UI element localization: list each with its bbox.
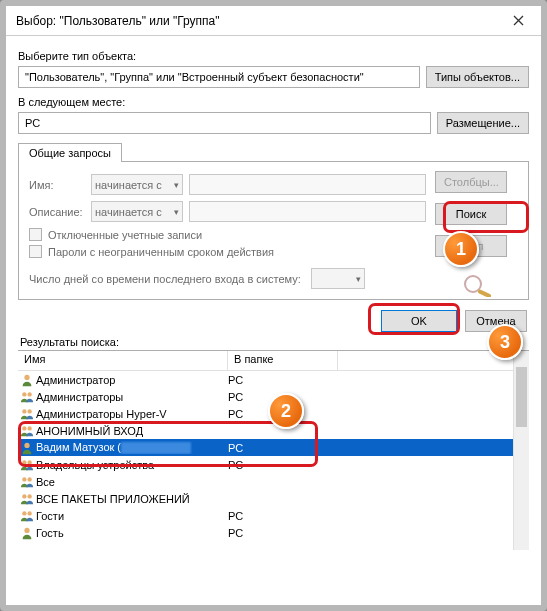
table-row[interactable]: ВСЕ ПАКЕТЫ ПРИЛОЖЕНИЙ — [18, 490, 529, 507]
svg-point-7 — [22, 426, 26, 430]
svg-point-13 — [27, 477, 31, 481]
name-label: Имя: — [29, 179, 85, 191]
table-row[interactable]: Владельцы устройстваPC — [18, 456, 529, 473]
group-icon — [18, 492, 36, 506]
row-name: Гость — [36, 527, 228, 539]
group-icon — [18, 475, 36, 489]
row-name: Администратор — [36, 374, 228, 386]
svg-point-18 — [24, 527, 29, 532]
row-folder: PC — [228, 459, 338, 471]
days-since-login-label: Число дней со времени последнего входа в… — [29, 273, 301, 285]
description-condition-combo[interactable]: начинается с ▾ — [91, 201, 183, 222]
find-now-button[interactable]: Поиск — [435, 203, 507, 225]
table-row[interactable]: Вадим Матузок (PC — [18, 439, 529, 456]
tab-common-queries[interactable]: Общие запросы — [18, 143, 122, 162]
svg-point-6 — [27, 409, 31, 413]
disabled-accounts-checkbox[interactable]: Отключенные учетные записи — [29, 228, 426, 241]
checkbox-icon — [29, 245, 42, 258]
locations-button[interactable]: Размещение... — [437, 112, 529, 134]
user-icon — [18, 441, 36, 455]
days-combo[interactable]: ▾ — [311, 268, 365, 289]
group-icon — [18, 509, 36, 523]
description-label: Описание: — [29, 206, 85, 218]
results-label: Результаты поиска: — [6, 336, 541, 348]
svg-rect-1 — [477, 289, 491, 297]
dialog-title: Выбор: "Пользователь" или "Группа" — [16, 14, 501, 28]
checkbox-icon — [29, 228, 42, 241]
stop-button[interactable]: Стоп — [435, 235, 507, 257]
svg-point-4 — [27, 392, 31, 396]
table-row[interactable]: ГостиPC — [18, 507, 529, 524]
object-type-label: Выберите тип объекта: — [18, 50, 529, 62]
svg-point-17 — [27, 511, 31, 515]
svg-point-8 — [27, 426, 31, 430]
table-row[interactable]: АдминистраторPC — [18, 371, 529, 388]
table-row[interactable]: ГостьPC — [18, 524, 529, 541]
group-icon — [18, 390, 36, 404]
svg-point-12 — [22, 477, 26, 481]
group-icon — [18, 424, 36, 438]
row-folder: PC — [228, 442, 338, 454]
table-row[interactable]: АдминистраторыPC — [18, 388, 529, 405]
search-icon — [460, 273, 496, 299]
row-folder: PC — [228, 391, 338, 403]
svg-point-16 — [22, 511, 26, 515]
columns-button[interactable]: Столбцы... — [435, 171, 507, 193]
column-header-name[interactable]: Имя — [18, 351, 228, 370]
object-types-field: "Пользователь", "Группа" или "Встроенный… — [18, 66, 420, 88]
svg-point-11 — [27, 460, 31, 464]
row-folder: PC — [228, 408, 338, 420]
name-condition-combo[interactable]: начинается с ▾ — [91, 174, 183, 195]
select-user-group-dialog: Выбор: "Пользователь" или "Группа" Выбер… — [6, 6, 541, 605]
table-row[interactable]: АНОНИМНЫЙ ВХОД — [18, 422, 529, 439]
user-icon — [18, 373, 36, 387]
row-folder: PC — [228, 510, 338, 522]
cancel-button[interactable]: Отмена — [465, 310, 527, 332]
results-list: Имя В папке АдминистраторPCАдминистратор… — [18, 350, 529, 550]
svg-point-2 — [24, 374, 29, 379]
row-name: ВСЕ ПАКЕТЫ ПРИЛОЖЕНИЙ — [36, 493, 228, 505]
user-icon — [18, 526, 36, 540]
chevron-down-icon: ▾ — [174, 207, 179, 217]
svg-point-15 — [27, 494, 31, 498]
chevron-down-icon: ▾ — [356, 274, 361, 284]
non-expiring-passwords-checkbox[interactable]: Пароли с неограниченным сроком действия — [29, 245, 426, 258]
row-name: Администраторы Hyper-V — [36, 408, 228, 420]
group-icon — [18, 458, 36, 472]
svg-point-10 — [22, 460, 26, 464]
column-header-folder[interactable]: В папке — [228, 351, 338, 370]
svg-point-3 — [22, 392, 26, 396]
row-name: Гости — [36, 510, 228, 522]
scrollbar[interactable] — [513, 351, 529, 550]
location-label: В следующем месте: — [18, 96, 529, 108]
row-name: АНОНИМНЫЙ ВХОД — [36, 425, 228, 437]
row-folder: PC — [228, 374, 338, 386]
ok-button[interactable]: OK — [381, 310, 457, 332]
svg-point-0 — [465, 276, 481, 292]
titlebar: Выбор: "Пользователь" или "Группа" — [6, 6, 541, 36]
name-input[interactable] — [189, 174, 426, 195]
row-name: Администраторы — [36, 391, 228, 403]
row-name: Владельцы устройства — [36, 459, 228, 471]
object-types-button[interactable]: Типы объектов... — [426, 66, 529, 88]
table-row[interactable]: Администраторы Hyper-VPC — [18, 405, 529, 422]
row-name: Вадим Матузок ( — [36, 441, 228, 454]
row-name: Все — [36, 476, 228, 488]
group-icon — [18, 407, 36, 421]
svg-point-5 — [22, 409, 26, 413]
svg-point-14 — [22, 494, 26, 498]
close-button[interactable] — [501, 10, 535, 32]
chevron-down-icon: ▾ — [174, 180, 179, 190]
description-input[interactable] — [189, 201, 426, 222]
location-field: PC — [18, 112, 431, 134]
row-folder: PC — [228, 527, 338, 539]
table-row[interactable]: Все — [18, 473, 529, 490]
svg-point-9 — [24, 442, 29, 447]
